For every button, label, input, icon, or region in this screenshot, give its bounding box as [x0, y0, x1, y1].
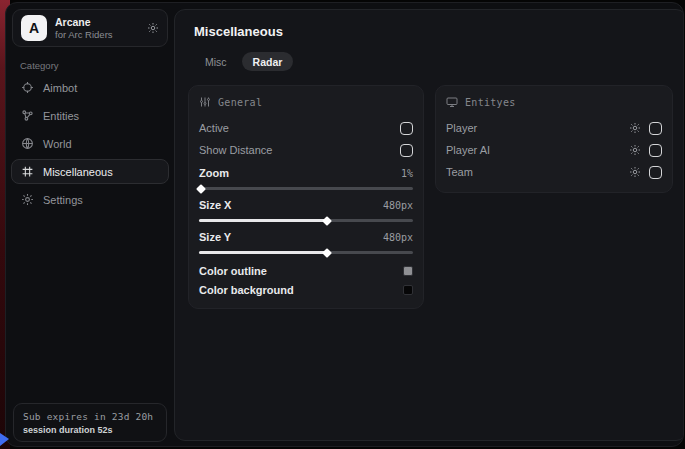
color-outline-row: Color outline — [199, 261, 413, 280]
player-ai-row: Player AI — [446, 139, 662, 161]
tab-misc[interactable]: Misc — [194, 52, 238, 71]
player-row: Player — [446, 117, 662, 139]
size-y-slider-thumb[interactable] — [322, 248, 332, 258]
sidebar-item-label: Entities — [43, 110, 79, 122]
team-settings-gear-icon[interactable] — [629, 166, 641, 178]
active-checkbox[interactable] — [400, 122, 413, 135]
show-distance-checkbox[interactable] — [400, 144, 413, 157]
category-label: Category — [20, 60, 170, 71]
sliders-icon — [199, 96, 211, 108]
sidebar-nav: Aimbot Entities World Miscellaneous — [10, 75, 170, 212]
entities-icon — [21, 109, 34, 122]
zoom-slider-group: Zoom 1% — [199, 165, 413, 190]
zoom-value: 1% — [401, 168, 413, 179]
player-ai-label: Player AI — [446, 144, 490, 156]
player-label: Player — [446, 122, 477, 134]
active-row: Active — [199, 117, 413, 139]
zoom-slider-thumb[interactable] — [196, 184, 206, 194]
entities-panel: Entityes Player Player AI — [435, 85, 673, 193]
logo-card: A Arcane for Arc Riders — [12, 9, 168, 47]
general-panel-title: General — [218, 97, 262, 108]
size-x-slider[interactable] — [199, 219, 413, 222]
app-logo: A — [21, 15, 47, 41]
size-x-label: Size X — [199, 199, 231, 211]
team-checkbox[interactable] — [649, 166, 662, 179]
sub-expires-text: Sub expires in 23d 20h — [23, 411, 157, 422]
subscription-card: Sub expires in 23d 20h session duration … — [13, 403, 167, 442]
general-panel: General Active Show Distance Zoom 1% — [188, 85, 424, 309]
globe-icon — [21, 137, 34, 150]
size-y-label: Size Y — [199, 231, 231, 243]
sidebar: A Arcane for Arc Riders Category Aimbot — [6, 3, 174, 446]
zoom-label: Zoom — [199, 167, 229, 179]
sidebar-item-settings[interactable]: Settings — [11, 187, 169, 212]
grid-icon — [21, 165, 34, 178]
sidebar-item-world[interactable]: World — [11, 131, 169, 156]
crosshair-icon — [21, 81, 34, 94]
app-name: Arcane — [55, 16, 139, 29]
color-background-label: Color background — [199, 284, 294, 296]
team-label: Team — [446, 166, 473, 178]
size-x-slider-group: Size X 480px — [199, 197, 413, 222]
player-settings-gear-icon[interactable] — [629, 122, 641, 134]
sidebar-item-label: World — [43, 138, 72, 150]
app-subtitle: for Arc Riders — [55, 29, 139, 40]
app-window: A Arcane for Arc Riders Category Aimbot — [5, 2, 684, 447]
account-gear-icon[interactable] — [147, 22, 159, 34]
mouse-cursor — [0, 433, 9, 446]
sidebar-item-aimbot[interactable]: Aimbot — [11, 75, 169, 100]
size-y-value: 480px — [383, 232, 413, 243]
entities-panel-title: Entityes — [465, 97, 516, 108]
active-label: Active — [199, 122, 229, 134]
color-outline-label: Color outline — [199, 265, 267, 277]
page-title: Miscellaneous — [194, 24, 673, 39]
size-y-slider[interactable] — [199, 251, 413, 254]
session-duration-text: session duration 52s — [23, 425, 157, 435]
sidebar-item-label: Miscellaneous — [43, 166, 113, 178]
player-checkbox[interactable] — [649, 122, 662, 135]
color-outline-swatch[interactable] — [403, 266, 413, 276]
size-x-slider-thumb[interactable] — [322, 216, 332, 226]
show-distance-label: Show Distance — [199, 144, 272, 156]
sidebar-item-label: Aimbot — [43, 82, 77, 94]
show-distance-row: Show Distance — [199, 139, 413, 161]
gear-icon — [21, 193, 34, 206]
color-background-swatch[interactable] — [403, 285, 413, 295]
team-row: Team — [446, 161, 662, 183]
size-y-slider-group: Size Y 480px — [199, 229, 413, 254]
size-x-value: 480px — [383, 200, 413, 211]
sidebar-item-label: Settings — [43, 194, 83, 206]
color-background-row: Color background — [199, 280, 413, 299]
player-ai-settings-gear-icon[interactable] — [629, 144, 641, 156]
player-ai-checkbox[interactable] — [649, 144, 662, 157]
sidebar-item-miscellaneous[interactable]: Miscellaneous — [11, 159, 169, 184]
sidebar-item-entities[interactable]: Entities — [11, 103, 169, 128]
tab-bar: Misc Radar — [194, 52, 673, 71]
monitor-icon — [446, 96, 458, 108]
tab-radar[interactable]: Radar — [242, 52, 294, 71]
zoom-slider[interactable] — [199, 187, 413, 190]
main-panel: Miscellaneous Misc Radar General Active — [174, 9, 684, 441]
